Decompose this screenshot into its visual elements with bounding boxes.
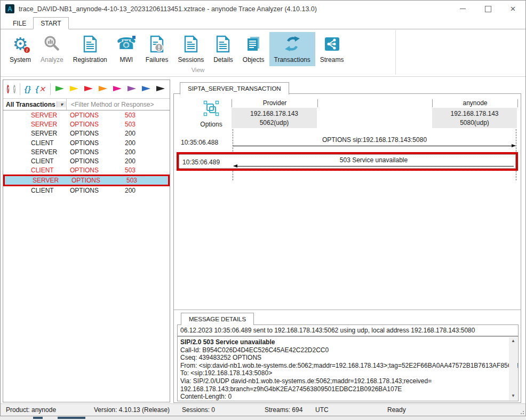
flag-orange-button[interactable] (98, 85, 108, 93)
app-icon-letter: A (7, 5, 12, 13)
table-row[interactable]: SERVER OPTIONS 200 (3, 129, 170, 138)
sip-header: 192.168.178.143;branch=z9hG4bK2EA2745638… (180, 385, 506, 393)
txn-method: OPTIONS (71, 177, 126, 184)
ribbon-button-sessions[interactable]: Sessions (173, 32, 209, 66)
info-marker-button[interactable]: ! (13, 85, 15, 93)
txn-type: CLIENT (31, 187, 70, 194)
minimize-button[interactable] (450, 1, 475, 17)
braces-clear-button[interactable]: {✕ (36, 85, 46, 93)
options-object[interactable]: Options (194, 100, 228, 128)
ribbon-button-details[interactable]: Details (209, 32, 238, 66)
close-button[interactable]: × (500, 1, 525, 17)
table-row-selected[interactable]: SERVER OPTIONS 503 (3, 175, 170, 186)
txn-response: 200 (125, 187, 170, 194)
scroll-down-icon[interactable]: ▼ (509, 392, 517, 400)
transactions-toolbar: ! ! {} {✕ (3, 80, 170, 99)
flag-yellow-button[interactable] (69, 85, 79, 93)
ribbon-button-registration[interactable]: Registration (68, 32, 112, 66)
txn-type: SERVER (31, 130, 70, 137)
status-streams: Streams: 694 (265, 406, 302, 414)
sip-status-line: SIP/2.0 503 Service unavailable (180, 338, 506, 346)
scroll-up-icon[interactable]: ▲ (509, 337, 517, 345)
ribbon-label: Sessions (178, 56, 204, 64)
table-row[interactable]: CLIENT OPTIONS 200 (3, 138, 170, 147)
txn-method: OPTIONS (70, 112, 125, 119)
txn-method: OPTIONS (70, 121, 125, 128)
participant-anynode-header: anynode (432, 99, 518, 107)
transactions-scope-dropdown[interactable]: All Transactions ▾ (3, 99, 67, 110)
txn-response: 200 (125, 157, 170, 165)
table-row[interactable]: CLIENT OPTIONS 200 (3, 156, 170, 165)
table-row[interactable]: CLIENT OPTIONS 200 (3, 186, 170, 195)
table-row[interactable]: SERVER OPTIONS 200 (3, 147, 170, 156)
tab-start[interactable]: START (33, 17, 68, 29)
braces-filter-button[interactable]: {} (25, 85, 31, 93)
filter-input[interactable]: <Filter Method or Response> (67, 99, 170, 110)
details-splitter[interactable] (174, 310, 521, 310)
tab-sipta-server-transaction[interactable]: SIPTA_SERVER_TRANSACTION (180, 82, 289, 94)
app-icon: A (5, 4, 14, 13)
ribbon-button-analyze[interactable]: Analyze (36, 32, 68, 66)
status-product: Product: anynode (6, 406, 56, 414)
ribbon-button-failures[interactable]: Failures (141, 32, 173, 66)
maximize-icon (485, 6, 491, 12)
txn-method: OPTIONS (70, 130, 125, 137)
vertical-scrollbar[interactable]: ▲ ▼ (509, 337, 517, 400)
participant-provider-header: Provider (232, 99, 318, 107)
table-row[interactable]: CLIENT OPTIONS 503 (3, 166, 170, 175)
flag-blue-button[interactable] (141, 85, 152, 93)
sip-header: Cseq: 439483252 OPTIONS (180, 354, 506, 362)
flag-green-button[interactable] (55, 85, 65, 93)
ribbon-button-objects[interactable]: Objects (238, 32, 269, 66)
participant-address: 192.168.178.143 (432, 110, 517, 117)
flag-pink-button[interactable] (113, 85, 123, 93)
flag-black-button[interactable] (156, 85, 166, 93)
status-version: Version: 4.10.13 (Release) (94, 406, 170, 414)
error-marker-button[interactable]: ! (7, 85, 9, 93)
peek-fragment (33, 417, 43, 419)
ribbon-button-system[interactable]: ⚙ ! System (5, 32, 36, 66)
ribbon: ⚙ ! System Analyze (1, 29, 525, 77)
document-filled-icon (244, 34, 263, 53)
magnifier-chart-icon (42, 34, 61, 53)
status-sessions: Sessions: 0 (182, 406, 215, 414)
ribbon-group-separator (395, 30, 396, 75)
ribbon-button-streams[interactable]: Streams (315, 32, 349, 66)
participant-port: 5062(udp) (232, 119, 317, 126)
txn-method: OPTIONS (70, 139, 125, 147)
phone-icon: ☎ (117, 34, 136, 53)
status-timezone: UTC (315, 406, 329, 414)
chevron-down-icon[interactable]: ▾ (57, 101, 66, 107)
txn-type: SERVER (33, 177, 71, 184)
ribbon-button-transactions[interactable]: Transactions (269, 32, 315, 66)
ribbon-label: Registration (73, 56, 107, 64)
sip-header: Via: SIP/2.0/UDP david-nb1.wob.te-system… (180, 377, 506, 385)
txn-response: 503 (126, 177, 168, 184)
sequence-diagram: Options Provider 192.168.178.143 5062(ud… (173, 93, 521, 403)
sync-arrows-icon (283, 34, 302, 53)
table-row[interactable]: SERVER OPTIONS 503 (3, 120, 170, 129)
message-label: OPTIONS sip:192.168.178.143:5080 (233, 136, 516, 144)
flag-purple-button[interactable] (127, 85, 137, 93)
table-row[interactable]: SERVER OPTIONS 503 (3, 110, 170, 120)
message-arrow-right[interactable] (233, 146, 515, 146)
maximize-button[interactable] (475, 1, 500, 17)
txn-method: OPTIONS (70, 148, 125, 156)
ribbon-label: MWI (119, 56, 133, 64)
ribbon-button-group: ⚙ ! System Analyze (1, 29, 525, 66)
transactions-panel: ! ! {} {✕ All Transactions ▾ (3, 80, 170, 402)
flag-red-button[interactable] (84, 85, 94, 93)
app-window: A trace_DAVID-NB1_anynode-4-10-13_202312… (0, 0, 526, 416)
message-row-selected[interactable]: 10:35:06.489 503 Service unavailable (177, 152, 518, 171)
gear-error-icon: ⚙ ! (11, 34, 30, 53)
tab-file[interactable]: FILE (6, 18, 33, 29)
resize-grip[interactable] (519, 409, 524, 414)
ribbon-button-mwi[interactable]: ☎ MWI (112, 32, 141, 66)
txn-response: 503 (125, 112, 170, 119)
window-title: trace_DAVID-NB1_anynode-4-10-13_20231206… (19, 5, 317, 13)
message-timestamp: 10:35:06.488 (181, 139, 218, 146)
sip-message-box: SIP/2.0 503 Service unavailable Call-Id:… (177, 336, 519, 401)
toolbar-separator (50, 83, 51, 95)
tab-message-details[interactable]: MESSAGE DETAILS (181, 313, 254, 325)
participant-anynode-box: 192.168.178.143 5080(udp) (432, 108, 517, 128)
